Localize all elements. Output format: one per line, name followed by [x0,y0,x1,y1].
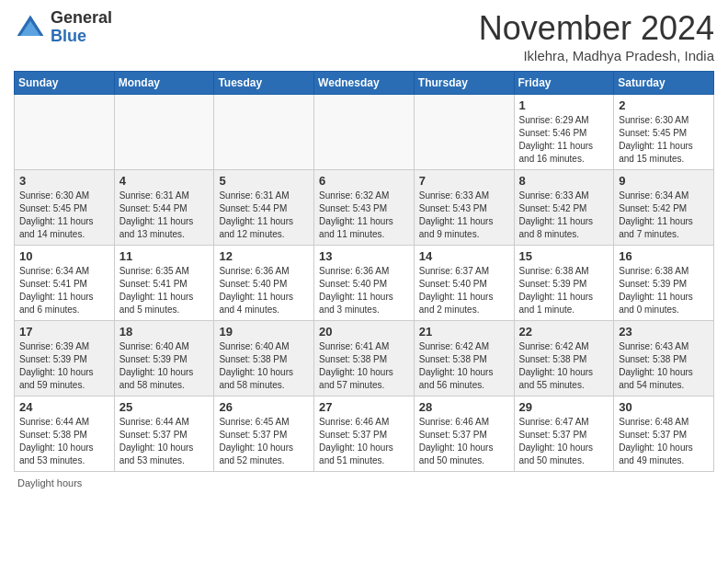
calendar-cell: 11Sunrise: 6:35 AM Sunset: 5:41 PM Dayli… [114,246,214,321]
day-info: Sunrise: 6:44 AM Sunset: 5:38 PM Dayligh… [19,416,109,467]
month-title: November 2024 [479,9,714,48]
calendar-cell: 15Sunrise: 6:38 AM Sunset: 5:39 PM Dayli… [514,246,614,321]
day-info: Sunrise: 6:34 AM Sunset: 5:41 PM Dayligh… [19,265,109,316]
day-info: Sunrise: 6:44 AM Sunset: 5:37 PM Dayligh… [119,416,210,467]
day-info: Sunrise: 6:40 AM Sunset: 5:39 PM Dayligh… [119,340,210,392]
column-header-monday: Monday [114,72,214,95]
calendar-cell [314,95,415,170]
day-info: Sunrise: 6:31 AM Sunset: 5:44 PM Dayligh… [219,190,309,241]
calendar-cell: 6Sunrise: 6:32 AM Sunset: 5:43 PM Daylig… [314,170,415,246]
calendar-cell: 29Sunrise: 6:47 AM Sunset: 5:37 PM Dayli… [514,396,614,472]
day-number: 18 [119,325,210,339]
footer: Daylight hours [14,477,714,488]
day-number: 24 [19,400,109,414]
calendar-cell: 19Sunrise: 6:40 AM Sunset: 5:38 PM Dayli… [214,321,314,396]
day-info: Sunrise: 6:32 AM Sunset: 5:43 PM Dayligh… [319,190,409,241]
calendar-cell: 28Sunrise: 6:46 AM Sunset: 5:37 PM Dayli… [414,396,514,472]
calendar-cell: 30Sunrise: 6:48 AM Sunset: 5:37 PM Dayli… [614,396,714,472]
logo-text: General Blue [51,9,112,46]
day-number: 25 [119,400,210,414]
day-number: 27 [319,400,409,414]
calendar-cell: 18Sunrise: 6:40 AM Sunset: 5:39 PM Dayli… [114,321,214,396]
day-number: 11 [119,249,210,263]
day-info: Sunrise: 6:37 AM Sunset: 5:40 PM Dayligh… [419,265,509,316]
day-number: 28 [419,400,509,414]
week-row-1: 1Sunrise: 6:29 AM Sunset: 5:46 PM Daylig… [15,95,714,170]
day-info: Sunrise: 6:41 AM Sunset: 5:38 PM Dayligh… [319,340,409,392]
calendar-cell: 4Sunrise: 6:31 AM Sunset: 5:44 PM Daylig… [114,170,214,246]
day-number: 15 [519,249,609,263]
logo-icon [14,11,47,44]
day-info: Sunrise: 6:43 AM Sunset: 5:38 PM Dayligh… [619,340,709,392]
day-number: 17 [19,325,109,339]
week-row-4: 17Sunrise: 6:39 AM Sunset: 5:39 PM Dayli… [15,321,714,396]
calendar-cell: 7Sunrise: 6:33 AM Sunset: 5:43 PM Daylig… [414,170,514,246]
day-info: Sunrise: 6:36 AM Sunset: 5:40 PM Dayligh… [219,265,309,316]
day-number: 16 [619,249,709,263]
calendar-cell: 12Sunrise: 6:36 AM Sunset: 5:40 PM Dayli… [214,246,314,321]
calendar-cell [114,95,214,170]
day-number: 7 [419,174,509,188]
calendar-cell [414,95,514,170]
day-number: 26 [219,400,309,414]
day-number: 3 [19,174,109,188]
column-header-sunday: Sunday [15,72,115,95]
day-info: Sunrise: 6:42 AM Sunset: 5:38 PM Dayligh… [419,340,509,392]
calendar-cell: 25Sunrise: 6:44 AM Sunset: 5:37 PM Dayli… [114,396,214,472]
day-number: 21 [419,325,509,339]
calendar-cell: 17Sunrise: 6:39 AM Sunset: 5:39 PM Dayli… [15,321,115,396]
day-number: 10 [19,249,109,263]
day-number: 22 [519,325,609,339]
day-number: 1 [519,98,609,112]
column-header-tuesday: Tuesday [214,72,314,95]
day-info: Sunrise: 6:33 AM Sunset: 5:42 PM Dayligh… [519,190,609,241]
page-header: General Blue November 2024 Iklehra, Madh… [14,9,714,63]
day-info: Sunrise: 6:42 AM Sunset: 5:38 PM Dayligh… [519,340,609,392]
day-info: Sunrise: 6:46 AM Sunset: 5:37 PM Dayligh… [419,416,509,467]
day-number: 14 [419,249,509,263]
calendar-table: SundayMondayTuesdayWednesdayThursdayFrid… [14,71,714,472]
logo: General Blue [14,9,112,46]
location-subtitle: Iklehra, Madhya Pradesh, India [479,48,714,63]
day-info: Sunrise: 6:34 AM Sunset: 5:42 PM Dayligh… [619,190,709,241]
calendar-cell: 23Sunrise: 6:43 AM Sunset: 5:38 PM Dayli… [614,321,714,396]
calendar-cell: 5Sunrise: 6:31 AM Sunset: 5:44 PM Daylig… [214,170,314,246]
day-number: 5 [219,174,309,188]
day-info: Sunrise: 6:39 AM Sunset: 5:39 PM Dayligh… [19,340,109,392]
day-number: 6 [319,174,409,188]
calendar-cell [214,95,314,170]
calendar-cell: 9Sunrise: 6:34 AM Sunset: 5:42 PM Daylig… [614,170,714,246]
calendar-cell: 14Sunrise: 6:37 AM Sunset: 5:40 PM Dayli… [414,246,514,321]
day-number: 30 [619,400,709,414]
calendar-cell: 2Sunrise: 6:30 AM Sunset: 5:45 PM Daylig… [614,95,714,170]
week-row-2: 3Sunrise: 6:30 AM Sunset: 5:45 PM Daylig… [15,170,714,246]
day-number: 13 [319,249,409,263]
column-header-saturday: Saturday [614,72,714,95]
logo-blue: Blue [51,28,112,46]
column-header-thursday: Thursday [414,72,514,95]
calendar-cell: 27Sunrise: 6:46 AM Sunset: 5:37 PM Dayli… [314,396,415,472]
header-row: SundayMondayTuesdayWednesdayThursdayFrid… [15,72,714,95]
day-info: Sunrise: 6:33 AM Sunset: 5:43 PM Dayligh… [419,190,509,241]
day-info: Sunrise: 6:45 AM Sunset: 5:37 PM Dayligh… [219,416,309,467]
day-number: 8 [519,174,609,188]
calendar-cell [15,95,115,170]
logo-general: General [51,9,112,28]
calendar-cell: 8Sunrise: 6:33 AM Sunset: 5:42 PM Daylig… [514,170,614,246]
day-info: Sunrise: 6:30 AM Sunset: 5:45 PM Dayligh… [619,114,709,166]
day-info: Sunrise: 6:31 AM Sunset: 5:44 PM Dayligh… [119,190,210,241]
calendar-cell: 26Sunrise: 6:45 AM Sunset: 5:37 PM Dayli… [214,396,314,472]
title-area: November 2024 Iklehra, Madhya Pradesh, I… [479,9,714,63]
day-info: Sunrise: 6:30 AM Sunset: 5:45 PM Dayligh… [19,190,109,241]
calendar-cell: 21Sunrise: 6:42 AM Sunset: 5:38 PM Dayli… [414,321,514,396]
calendar-cell: 13Sunrise: 6:36 AM Sunset: 5:40 PM Dayli… [314,246,415,321]
daylight-label: Daylight hours [17,477,82,488]
day-number: 9 [619,174,709,188]
day-number: 2 [619,98,709,112]
week-row-5: 24Sunrise: 6:44 AM Sunset: 5:38 PM Dayli… [15,396,714,472]
day-number: 23 [619,325,709,339]
calendar-cell: 24Sunrise: 6:44 AM Sunset: 5:38 PM Dayli… [15,396,115,472]
day-info: Sunrise: 6:35 AM Sunset: 5:41 PM Dayligh… [119,265,210,316]
day-info: Sunrise: 6:40 AM Sunset: 5:38 PM Dayligh… [219,340,309,392]
day-info: Sunrise: 6:38 AM Sunset: 5:39 PM Dayligh… [519,265,609,316]
